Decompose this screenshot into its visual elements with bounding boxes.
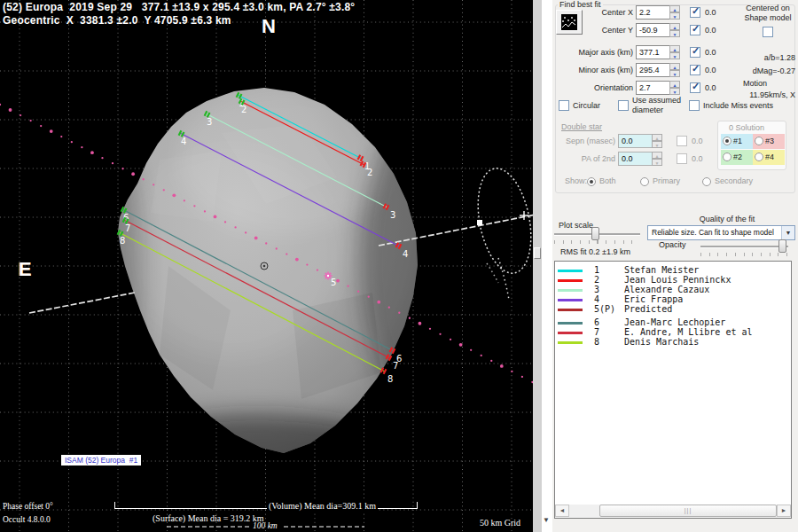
center-x-err: 0.0 <box>705 8 716 17</box>
observer-number: 6 <box>594 317 599 327</box>
chord-label: 4 <box>403 249 408 259</box>
phase-offset-label: Phase offset 0° <box>3 502 53 511</box>
observer-number: 5(P) <box>594 304 615 314</box>
chord-label: 7 <box>393 361 398 371</box>
quality-combo[interactable]: Reliable size. Can fit to shape model▼ <box>647 225 795 240</box>
minor-axis-label: Minor axis (km) <box>544 66 633 74</box>
pa2nd-spinner: ▲▼ <box>652 152 662 166</box>
show-both-radio[interactable] <box>587 177 596 186</box>
combo-arrow-icon[interactable]: ▼ <box>781 226 794 239</box>
observer-color-line <box>558 322 583 325</box>
observer-number: 8 <box>594 337 599 347</box>
center-x-label: Center X <box>544 8 633 17</box>
observer-number: 1 <box>594 265 599 275</box>
scale-label: 100 km <box>253 521 278 530</box>
include-miss-checkbox[interactable] <box>689 100 700 111</box>
solution-4[interactable]: #4 <box>753 150 785 165</box>
plot-title: (52) Europa 2019 Sep 29 377.1 ±13.9 x 29… <box>3 1 355 13</box>
observer-list[interactable]: 1Stefan Meister2Jean Louis Penninckx3Ale… <box>554 261 792 519</box>
solution-3-radio[interactable] <box>755 137 763 145</box>
observer-color-line <box>558 332 583 334</box>
volume-dia-label: (Volume) Mean dia=309.1 km <box>267 501 378 511</box>
observer-list-scrollbar[interactable]: ◄ ► ||| <box>555 505 791 518</box>
use-assumed-checkbox[interactable] <box>618 100 629 111</box>
observer-name: Eric Frappa <box>624 294 683 304</box>
splitter-arrow-icon[interactable]: ▼ <box>543 516 550 524</box>
observer-number: 2 <box>594 275 599 285</box>
opacity-ticks <box>700 253 788 256</box>
circular-label: Circular <box>573 101 600 110</box>
scroll-left-icon[interactable]: ◄ <box>555 505 569 517</box>
observer-number: 4 <box>594 294 599 304</box>
solution-1-radio[interactable] <box>723 137 732 145</box>
solution-1[interactable]: #1 <box>721 134 753 149</box>
opacity-thumb[interactable] <box>778 239 786 253</box>
chord-label: 2 <box>241 105 246 114</box>
observer-row[interactable]: 8Denis Marchais <box>555 338 791 348</box>
observer-color-line <box>558 270 583 272</box>
observer-name: Denis Marchais <box>624 337 699 347</box>
opacity-slider[interactable] <box>700 246 788 247</box>
major-axis-checkbox[interactable] <box>690 47 700 58</box>
centered-on-checkbox[interactable] <box>763 27 773 37</box>
chord-label: 3 <box>207 117 212 127</box>
observer-number: 3 <box>594 285 599 294</box>
solution-4-radio[interactable] <box>755 153 763 161</box>
sepn-spinner: ▲▼ <box>652 134 662 148</box>
solution-3[interactable]: #3 <box>753 134 785 149</box>
plot-canvas[interactable]: 11223344667788 5 (52) Europa 2019 Sep 29… <box>0 0 533 532</box>
plot-scale-thumb[interactable] <box>591 227 599 240</box>
shape-model-label: Shape model <box>741 13 794 22</box>
ab-ratio-label: a/b=1.28 <box>707 53 795 62</box>
diameter-label: diameter <box>632 106 663 114</box>
minor-axis-spinner[interactable]: ▲▼ <box>669 63 680 77</box>
east-label: E <box>19 258 32 281</box>
center-x-spinner[interactable]: ▲▼ <box>669 5 680 20</box>
plot-scale-ticks <box>554 240 640 244</box>
sepn-err: 0.0 <box>692 137 703 145</box>
surface-dia-label: (Surface) Mean dia = 319.2 km <box>153 513 264 523</box>
splitter-handle[interactable] <box>534 247 541 259</box>
show-secondary-radio[interactable] <box>702 177 711 186</box>
minor-axis-checkbox[interactable] <box>690 65 700 75</box>
chord-label: 8 <box>120 236 125 246</box>
north-label: N <box>262 15 276 38</box>
observer-row[interactable]: 5(P)Predicted <box>555 305 791 315</box>
splitter[interactable] <box>533 0 542 532</box>
asteroid-shape-model <box>93 88 474 523</box>
chord-label: 7 <box>125 223 130 233</box>
center-y-label: Center Y <box>544 26 633 35</box>
sepn-checkbox <box>677 136 687 146</box>
orientation-checkbox[interactable] <box>690 82 700 93</box>
scroll-right-icon[interactable]: ► <box>777 505 791 517</box>
chord-label: 4 <box>181 137 186 146</box>
orientation-spinner[interactable]: ▲▼ <box>669 81 680 95</box>
solution-2[interactable]: #2 <box>721 150 753 165</box>
observer-name: Stefan Meister <box>624 265 699 275</box>
isam-label[interactable]: ISAM (52) Europa #1 <box>61 455 141 466</box>
show-primary-radio[interactable] <box>640 177 649 186</box>
show-label: Show: <box>565 176 587 185</box>
observer-name: Alexandre Cazaux <box>624 285 709 294</box>
use-assumed-label: Use assumed <box>632 96 681 105</box>
observer-row[interactable]: 4Eric Frappa <box>555 295 791 305</box>
chord-label: 3 <box>390 210 395 220</box>
observer-number: 7 <box>594 327 599 337</box>
plot-scale-label: Plot scale <box>559 221 593 230</box>
splitter-margin <box>542 0 552 532</box>
show-secondary-label: Secondary <box>715 176 753 185</box>
major-axis-label: Major axis (km) <box>544 48 633 57</box>
observer-name: Predicted <box>624 304 672 314</box>
major-axis-spinner[interactable]: ▲▼ <box>669 45 680 59</box>
center-y-checkbox[interactable] <box>690 25 700 35</box>
center-x-checkbox[interactable] <box>690 7 700 18</box>
scrollbar-thumb[interactable]: ||| <box>599 505 777 517</box>
center-y-spinner[interactable]: ▲▼ <box>669 23 680 37</box>
observer-name: E. Andre, M Llibre et al <box>624 327 753 337</box>
solution-2-radio[interactable] <box>723 153 732 161</box>
center-y-err: 0.0 <box>705 26 716 35</box>
circular-checkbox[interactable] <box>559 100 569 111</box>
double-star-label: Double star <box>561 122 602 131</box>
pa2nd-label: PA of 2nd <box>527 154 615 163</box>
svg-text:5: 5 <box>331 278 336 287</box>
